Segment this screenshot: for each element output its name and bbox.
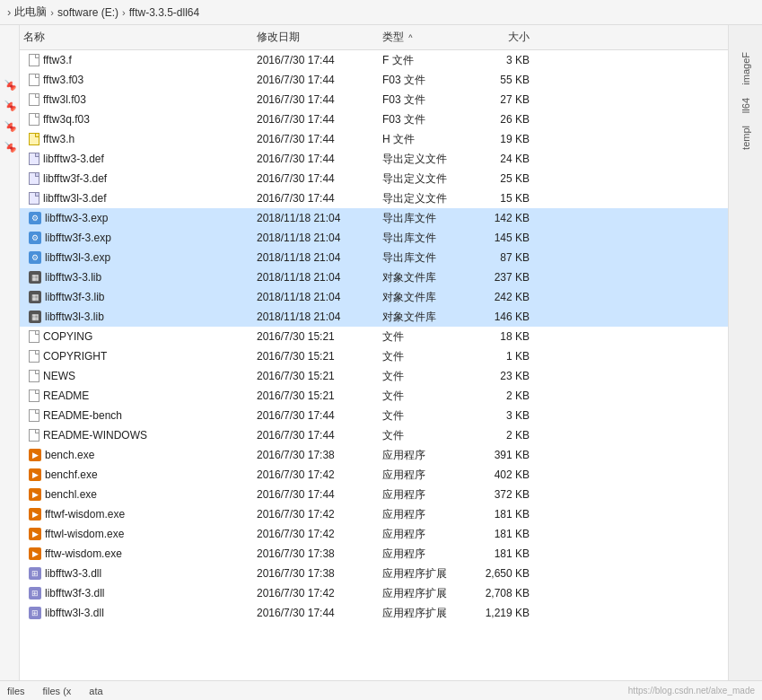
table-row[interactable]: README 2016/7/30 15:21 文件 2 KB <box>20 386 728 406</box>
cell-date: 2016/7/30 15:21 <box>253 350 379 363</box>
cell-date: 2016/7/30 17:44 <box>253 133 379 145</box>
filename-label: NEWS <box>43 370 75 382</box>
cell-name: fftw3.f <box>20 54 253 66</box>
cell-name: NEWS <box>20 370 253 382</box>
filename-label: COPYING <box>43 330 92 343</box>
table-row[interactable]: ⊞ libfftw3f-3.dll 2016/7/30 17:42 应用程序扩展… <box>20 583 728 603</box>
col-header-date[interactable]: 修改日期 <box>253 28 379 47</box>
filename-label: libfftw3f-3.dll <box>45 587 104 599</box>
table-row[interactable]: NEWS 2016/7/30 15:21 文件 23 KB <box>20 366 728 386</box>
col-header-type[interactable]: 类型 ^ <box>379 28 469 47</box>
table-row[interactable]: fftw3.f 2016/7/30 17:44 F 文件 3 KB <box>20 50 728 70</box>
cell-size: 15 KB <box>469 192 540 205</box>
table-row[interactable]: ⊞ libfftw3l-3.dll 2016/7/30 17:44 应用程序扩展… <box>20 603 728 623</box>
filename-label: libfftw3-3.lib <box>45 271 101 284</box>
filename-label: libfftw3l-3.dll <box>45 607 104 619</box>
cell-size: 19 KB <box>469 133 540 145</box>
table-row[interactable]: ▦ libfftw3l-3.lib 2018/11/18 21:04 对象文件库… <box>20 307 728 327</box>
table-row[interactable]: ⚙ libfftw3f-3.exp 2018/11/18 21:04 导出库文件… <box>20 228 728 248</box>
table-row[interactable]: fftw3.h 2016/7/30 17:44 H 文件 19 KB <box>20 129 728 149</box>
file-icon-def <box>29 192 39 205</box>
left-nav-pin-1[interactable]: 📌 <box>4 79 15 92</box>
file-icon-plain <box>29 389 39 402</box>
file-icon-plain <box>29 370 39 382</box>
cell-date: 2016/7/30 17:42 <box>253 508 379 521</box>
left-nav-pin-2[interactable]: 📌 <box>4 100 15 112</box>
file-icon-plain <box>29 350 39 363</box>
breadcrumb-drive[interactable]: software (E:) <box>57 6 118 19</box>
file-icon-lib: ▦ <box>29 291 41 303</box>
cell-size: 181 KB <box>469 547 540 560</box>
col-header-name[interactable]: 名称 <box>20 28 253 47</box>
cell-size: 1,219 KB <box>469 607 540 619</box>
cell-type: 导出定义文件 <box>379 191 469 206</box>
cell-size: 2 KB <box>469 429 540 442</box>
table-row[interactable]: libfftw3-3.def 2016/7/30 17:44 导出定义文件 24… <box>20 149 728 169</box>
filename-label: libfftw3f-3.exp <box>45 232 111 244</box>
cell-date: 2016/7/30 17:44 <box>253 54 379 66</box>
cell-name: ▶ fftw-wisdom.exe <box>20 547 253 560</box>
right-label-templ: templ <box>740 126 751 150</box>
table-row[interactable]: README-WINDOWS 2016/7/30 17:44 文件 2 KB <box>20 425 728 445</box>
cell-date: 2016/7/30 17:42 <box>253 528 379 540</box>
cell-type: 对象文件库 <box>379 270 469 285</box>
breadcrumb-this-pc[interactable]: 此电脑 <box>14 4 47 20</box>
window: › 此电脑 › software (E:) › fftw-3.3.5-dll64… <box>0 0 762 700</box>
table-row[interactable]: fftw3.f03 2016/7/30 17:44 F03 文件 55 KB <box>20 70 728 90</box>
table-row[interactable]: ▶ benchl.exe 2016/7/30 17:44 应用程序 372 KB <box>20 485 728 504</box>
left-nav-pin-4[interactable]: 📌 <box>4 141 15 153</box>
cell-size: 23 KB <box>469 370 540 382</box>
cell-date: 2016/7/30 17:44 <box>253 409 379 422</box>
table-row[interactable]: ⚙ libfftw3l-3.exp 2018/11/18 21:04 导出库文件… <box>20 248 728 267</box>
table-row[interactable]: fftw3q.f03 2016/7/30 17:44 F03 文件 26 KB <box>20 109 728 129</box>
cell-type: 文件 <box>379 389 469 404</box>
cell-date: 2016/7/30 17:44 <box>253 488 379 501</box>
cell-name: README <box>20 389 253 402</box>
table-row[interactable]: ▦ libfftw3-3.lib 2018/11/18 21:04 对象文件库 … <box>20 267 728 287</box>
cell-type: 应用程序 <box>379 507 469 522</box>
filename-label: libfftw3-3.exp <box>45 212 108 224</box>
cell-size: 3 KB <box>469 54 540 66</box>
table-row[interactable]: ▶ fftw-wisdom.exe 2016/7/30 17:38 应用程序 1… <box>20 544 728 564</box>
cell-type: 应用程序 <box>379 448 469 463</box>
cell-size: 181 KB <box>469 528 540 540</box>
table-row[interactable]: COPYING 2016/7/30 15:21 文件 18 KB <box>20 327 728 346</box>
table-row[interactable]: README-bench 2016/7/30 17:44 文件 3 KB <box>20 406 728 425</box>
table-row[interactable]: fftw3l.f03 2016/7/30 17:44 F03 文件 27 KB <box>20 90 728 109</box>
cell-name: libfftw3l-3.def <box>20 192 253 205</box>
table-row[interactable]: COPYRIGHT 2016/7/30 15:21 文件 1 KB <box>20 346 728 366</box>
col-header-size[interactable]: 大小 <box>469 28 540 47</box>
file-icon-exp: ⚙ <box>29 251 41 264</box>
filename-label: fftw3.f03 <box>43 74 83 86</box>
cell-date: 2018/11/18 21:04 <box>253 232 379 244</box>
table-row[interactable]: libfftw3l-3.def 2016/7/30 17:44 导出定义文件 1… <box>20 188 728 208</box>
cell-type: 应用程序 <box>379 468 469 483</box>
table-row[interactable]: ▶ fftwl-wisdom.exe 2016/7/30 17:42 应用程序 … <box>20 524 728 544</box>
cell-size: 26 KB <box>469 113 540 126</box>
table-row[interactable]: ▶ bench.exe 2016/7/30 17:38 应用程序 391 KB <box>20 445 728 465</box>
filename-label: fftw3.f <box>43 54 72 66</box>
cell-type: 导出定义文件 <box>379 152 469 167</box>
file-icon-plain <box>29 93 39 106</box>
table-row[interactable]: libfftw3f-3.def 2016/7/30 17:44 导出定义文件 2… <box>20 169 728 188</box>
cell-type: 应用程序扩展 <box>379 566 469 582</box>
cell-size: 87 KB <box>469 251 540 264</box>
cell-size: 25 KB <box>469 172 540 185</box>
filename-label: COPYRIGHT <box>43 350 107 363</box>
table-row[interactable]: ▶ fftwf-wisdom.exe 2016/7/30 17:42 应用程序 … <box>20 504 728 524</box>
cell-date: 2018/11/18 21:04 <box>253 311 379 323</box>
table-row[interactable]: ⚙ libfftw3-3.exp 2018/11/18 21:04 导出库文件 … <box>20 208 728 228</box>
breadcrumb-folder[interactable]: fftw-3.3.5-dll64 <box>129 6 200 19</box>
file-icon-lib: ▦ <box>29 311 41 323</box>
table-row[interactable]: ▦ libfftw3f-3.lib 2018/11/18 21:04 对象文件库… <box>20 287 728 307</box>
filename-label: bench.exe <box>45 449 94 461</box>
file-pane[interactable]: 名称 修改日期 类型 ^ 大小 fftw3.f 2016/7/30 17:44 … <box>20 25 728 680</box>
file-icon-def <box>29 172 39 185</box>
file-icon-plain <box>29 429 39 442</box>
table-row[interactable]: ⊞ libfftw3-3.dll 2016/7/30 17:38 应用程序扩展 … <box>20 564 728 583</box>
cell-name: ▦ libfftw3l-3.lib <box>20 311 253 323</box>
cell-type: F03 文件 <box>379 112 469 127</box>
table-row[interactable]: ▶ benchf.exe 2016/7/30 17:42 应用程序 402 KB <box>20 465 728 485</box>
left-nav-pin-3[interactable]: 📌 <box>4 120 15 133</box>
column-header: 名称 修改日期 类型 ^ 大小 <box>20 25 728 50</box>
